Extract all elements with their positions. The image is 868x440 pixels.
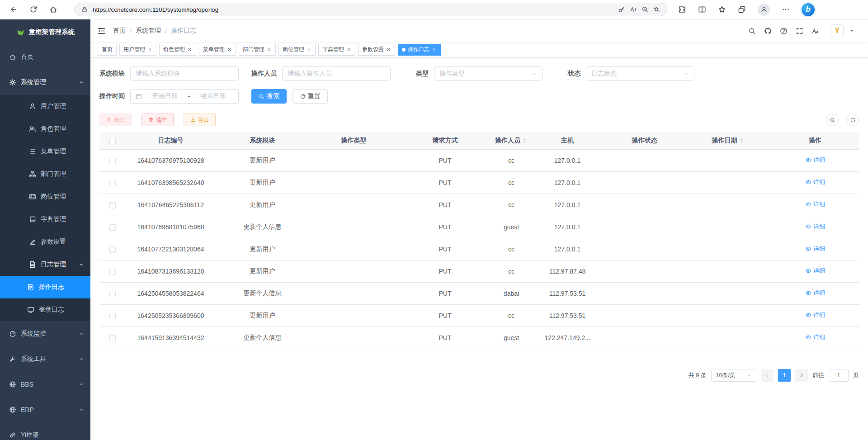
close-icon[interactable] (386, 47, 391, 52)
row-checkbox[interactable] (109, 335, 116, 341)
select-all-checkbox[interactable] (109, 138, 116, 144)
search-button[interactable]: 搜索 (251, 89, 287, 104)
clean-button[interactable]: 清空 (142, 114, 174, 126)
close-icon[interactable] (307, 47, 311, 52)
fullscreen-icon[interactable] (796, 27, 803, 35)
row-checkbox[interactable] (109, 313, 116, 319)
user-avatar[interactable]: Y (831, 24, 844, 37)
sidebar-item-param-settings[interactable]: 参数设置 (0, 231, 90, 253)
caret-down-icon[interactable] (849, 28, 854, 33)
sidebar-item-menu-management[interactable]: 菜单管理 (0, 140, 90, 163)
sidebar-item-role-management[interactable]: 角色管理 (0, 118, 90, 140)
export-button[interactable]: 导出 (184, 114, 216, 126)
tab-user-management[interactable]: 用户管理 (119, 44, 156, 56)
breadcrumb-system[interactable]: 系统管理 (136, 27, 161, 35)
sidebar-item-department-management[interactable]: 部门管理 (0, 163, 90, 185)
sidebar-item-dict-management[interactable]: 字典管理 (0, 208, 90, 231)
row-checkbox[interactable] (109, 180, 116, 186)
tab-post-management[interactable]: 岗位管理 (278, 44, 316, 56)
detail-link[interactable]: 详细 (805, 289, 825, 297)
sidebar-item-operation-log[interactable]: 操作日志 (0, 276, 90, 298)
page-number-button[interactable]: 1 (778, 369, 791, 382)
extensions-icon[interactable] (678, 5, 686, 14)
close-icon[interactable] (432, 47, 437, 52)
detail-link[interactable]: 详细 (805, 333, 825, 341)
more-menu-icon[interactable] (782, 5, 790, 14)
sidebar-item-yi-framework[interactable]: Yi框架 (0, 422, 90, 440)
split-screen-icon[interactable] (698, 5, 706, 14)
delete-button[interactable]: 删除 (99, 114, 132, 126)
sidebar-item-system-tools[interactable]: 系统工具 (0, 346, 90, 372)
home-button[interactable] (46, 2, 61, 17)
tab-dict-management[interactable]: 字典管理 (318, 44, 355, 56)
type-select[interactable]: 操作类型 (434, 66, 542, 81)
tab-menu-management[interactable]: 菜单管理 (199, 44, 236, 56)
app-logo[interactable]: 意框架管理系统 (0, 19, 90, 44)
close-icon[interactable] (187, 47, 192, 52)
reset-button[interactable]: 重置 (292, 89, 328, 104)
row-checkbox[interactable] (109, 158, 116, 164)
font-size-icon[interactable] (811, 27, 819, 35)
detail-link[interactable]: 详细 (805, 156, 825, 164)
row-checkbox[interactable] (109, 202, 116, 208)
sidebar-item-home[interactable]: 首页 (0, 44, 90, 70)
tab-operation-log[interactable]: 操作日志 (398, 44, 441, 56)
refresh-table-button[interactable] (846, 114, 859, 126)
column-date[interactable]: 操作日期 (685, 132, 771, 149)
detail-link[interactable]: 详细 (805, 178, 825, 186)
sidebar-item-system-management[interactable]: 系统管理 (0, 70, 90, 95)
row-checkbox[interactable] (109, 269, 116, 275)
breadcrumb-home[interactable]: 首页 (113, 27, 126, 35)
tab-department-management[interactable]: 部门管理 (239, 44, 276, 56)
detail-link[interactable]: 详细 (805, 245, 825, 253)
sidebar-item-user-management[interactable]: 用户管理 (0, 95, 90, 118)
date-range-input[interactable]: 开始日期 - 结束日期 (130, 89, 239, 104)
sidebar-item-erp[interactable]: ERP (0, 397, 90, 422)
github-icon[interactable] (764, 27, 772, 35)
tab-param-settings[interactable]: 参数设置 (358, 44, 395, 56)
sidebar-item-system-monitor[interactable]: 系统监控 (0, 321, 90, 346)
sidebar-item-post-management[interactable]: 岗位管理 (0, 185, 90, 208)
close-icon[interactable] (227, 47, 232, 52)
favorites-icon[interactable] (718, 5, 726, 14)
sort-icon[interactable] (739, 137, 745, 143)
column-operator[interactable]: 操作人员 (491, 132, 531, 149)
close-icon[interactable] (346, 47, 351, 52)
sort-icon[interactable] (522, 137, 528, 143)
row-checkbox[interactable] (109, 291, 116, 297)
operator-input[interactable]: 请输入操作人员 (282, 66, 391, 81)
prev-page-button[interactable] (761, 369, 774, 382)
page-size-select[interactable]: 10条/页 (711, 369, 756, 382)
password-key-icon[interactable] (618, 6, 625, 13)
sidebar-item-log-management[interactable]: 日志管理 (0, 253, 90, 276)
collections-icon[interactable] (738, 5, 746, 14)
search-icon[interactable] (748, 27, 756, 35)
url-text[interactable]: https://ccnetcore.com:1101/system/log/op… (93, 6, 613, 13)
back-button[interactable] (6, 2, 21, 17)
tab-role-management[interactable]: 角色管理 (159, 44, 196, 56)
status-select[interactable]: 日志状态 (586, 66, 694, 81)
next-page-button[interactable] (795, 369, 808, 382)
sidebar-item-bbs[interactable]: BBS (0, 372, 90, 397)
row-checkbox[interactable] (109, 246, 116, 253)
goto-page-input[interactable]: 1 (829, 369, 849, 382)
detail-link[interactable]: 详细 (805, 222, 825, 231)
module-input[interactable]: 请输入系统模块 (130, 66, 239, 81)
help-icon[interactable] (780, 27, 788, 35)
detail-link[interactable]: 详细 (805, 267, 825, 275)
refresh-button[interactable] (26, 2, 41, 17)
show-search-toggle-button[interactable] (826, 114, 839, 126)
sidebar-toggle-icon[interactable] (97, 27, 106, 35)
tab-home[interactable]: 首页 (98, 44, 117, 56)
add-favorite-icon[interactable] (653, 6, 660, 13)
profile-avatar[interactable] (758, 4, 770, 16)
detail-link[interactable]: 详细 (805, 200, 825, 208)
read-aloud-icon[interactable] (630, 6, 637, 13)
detail-link[interactable]: 详细 (805, 311, 825, 319)
close-icon[interactable] (267, 47, 272, 52)
close-icon[interactable] (147, 47, 152, 52)
address-bar[interactable]: https://ccnetcore.com:1101/system/log/op… (74, 3, 667, 16)
row-checkbox[interactable] (109, 224, 116, 231)
bing-copilot-button[interactable]: b (802, 3, 815, 16)
zoom-out-icon[interactable] (642, 6, 649, 13)
